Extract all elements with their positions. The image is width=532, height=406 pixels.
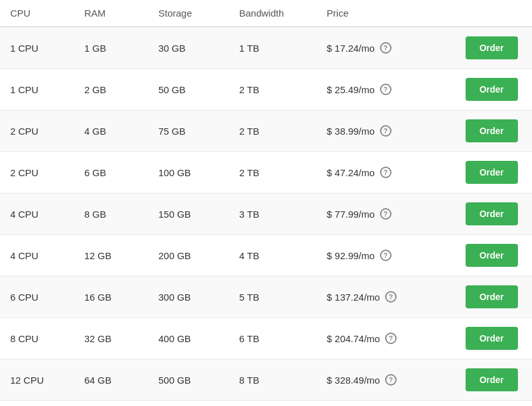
- cell-action: Order: [451, 401, 532, 407]
- table-row: 8 CPU 32 GB 400 GB 6 TB $ 204.74/mo ? Or…: [0, 318, 532, 359]
- cell-cpu: 2 CPU: [0, 152, 74, 193]
- cell-cpu: 1 CPU: [0, 27, 74, 69]
- cell-cpu: 16 CPU: [0, 401, 74, 407]
- price-value: $ 17.24/mo: [327, 43, 375, 54]
- cell-bandwidth: 9 TB: [229, 401, 317, 407]
- cell-bandwidth: 5 TB: [229, 276, 317, 318]
- cell-ram: 1 GB: [74, 27, 148, 69]
- cell-ram: 64 GB: [74, 359, 148, 401]
- order-button[interactable]: Order: [466, 78, 518, 101]
- cell-storage: 400 GB: [148, 318, 229, 359]
- order-button[interactable]: Order: [466, 285, 518, 308]
- cell-cpu: 2 CPU: [0, 110, 74, 152]
- cell-cpu: 6 CPU: [0, 276, 74, 318]
- price-value: $ 137.24/mo: [327, 292, 380, 303]
- cell-bandwidth: 2 TB: [229, 110, 317, 152]
- cell-storage: 200 GB: [148, 235, 229, 276]
- table-row: 4 CPU 12 GB 200 GB 4 TB $ 92.99/mo ? Ord…: [0, 235, 532, 276]
- cell-storage: 150 GB: [148, 193, 229, 235]
- cell-cpu: 4 CPU: [0, 193, 74, 235]
- cell-price: $ 92.99/mo ?: [317, 235, 452, 276]
- order-button[interactable]: Order: [466, 327, 518, 350]
- cell-storage: 50 GB: [148, 69, 229, 110]
- cell-price: $ 137.24/mo ?: [317, 276, 452, 318]
- header-storage: Storage: [148, 0, 229, 27]
- cell-price: $ 204.74/mo ?: [317, 318, 452, 359]
- cell-ram: 32 GB: [74, 318, 148, 359]
- info-icon[interactable]: ?: [385, 333, 397, 344]
- cell-action: Order: [451, 193, 532, 235]
- order-button[interactable]: Order: [466, 161, 518, 184]
- cell-storage: 300 GB: [148, 276, 229, 318]
- price-value: $ 77.99/mo: [327, 209, 375, 220]
- cell-action: Order: [451, 359, 532, 401]
- info-icon[interactable]: ?: [380, 167, 391, 178]
- info-icon[interactable]: ?: [380, 84, 391, 95]
- cell-action: Order: [451, 318, 532, 359]
- cell-action: Order: [451, 276, 532, 318]
- price-value: $ 47.24/mo: [327, 167, 375, 178]
- cell-price: $ 47.24/mo ?: [317, 152, 452, 193]
- cell-storage: 750 GB: [148, 401, 229, 407]
- info-icon[interactable]: ?: [380, 42, 391, 54]
- cell-storage: 30 GB: [148, 27, 229, 69]
- cell-ram: 96 GB: [74, 401, 148, 407]
- cell-cpu: 12 CPU: [0, 359, 74, 401]
- info-icon[interactable]: ?: [380, 125, 391, 137]
- cell-storage: 500 GB: [148, 359, 229, 401]
- cell-price: $ 328.49/mo ?: [317, 359, 452, 401]
- info-icon[interactable]: ?: [380, 208, 391, 220]
- header-ram: RAM: [74, 0, 148, 27]
- cell-bandwidth: 4 TB: [229, 235, 317, 276]
- table-row: 2 CPU 6 GB 100 GB 2 TB $ 47.24/mo ? Orde…: [0, 152, 532, 193]
- table-row: 1 CPU 2 GB 50 GB 2 TB $ 25.49/mo ? Order: [0, 69, 532, 110]
- order-button[interactable]: Order: [466, 244, 518, 267]
- cell-ram: 6 GB: [74, 152, 148, 193]
- header-cpu: CPU: [0, 0, 74, 27]
- table-row: 6 CPU 16 GB 300 GB 5 TB $ 137.24/mo ? Or…: [0, 276, 532, 318]
- cell-price: $ 467.24/mo ?: [317, 401, 452, 407]
- info-icon[interactable]: ?: [385, 291, 397, 303]
- price-value: $ 25.49/mo: [327, 84, 375, 95]
- price-value: $ 204.74/mo: [327, 333, 380, 344]
- pricing-table: CPU RAM Storage Bandwidth Price 1 CPU 1 …: [0, 0, 532, 406]
- cell-storage: 100 GB: [148, 152, 229, 193]
- price-value: $ 92.99/mo: [327, 250, 375, 261]
- cell-bandwidth: 3 TB: [229, 193, 317, 235]
- cell-bandwidth: 1 TB: [229, 27, 317, 69]
- order-button[interactable]: Order: [466, 119, 518, 142]
- cell-ram: 8 GB: [74, 193, 148, 235]
- cell-action: Order: [451, 69, 532, 110]
- cell-bandwidth: 6 TB: [229, 318, 317, 359]
- cell-price: $ 25.49/mo ?: [317, 69, 452, 110]
- cell-price: $ 17.24/mo ?: [317, 27, 452, 69]
- cell-storage: 75 GB: [148, 110, 229, 152]
- cell-ram: 16 GB: [74, 276, 148, 318]
- header-price: Price: [317, 0, 452, 27]
- table-row: 1 CPU 1 GB 30 GB 1 TB $ 17.24/mo ? Order: [0, 27, 532, 69]
- table-row: 2 CPU 4 GB 75 GB 2 TB $ 38.99/mo ? Order: [0, 110, 532, 152]
- cell-bandwidth: 2 TB: [229, 152, 317, 193]
- cell-cpu: 8 CPU: [0, 318, 74, 359]
- table-row: 16 CPU 96 GB 750 GB 9 TB $ 467.24/mo ? O…: [0, 401, 532, 407]
- price-value: $ 328.49/mo: [327, 375, 380, 386]
- cell-action: Order: [451, 110, 532, 152]
- header-action: [451, 0, 532, 27]
- table-row: 4 CPU 8 GB 150 GB 3 TB $ 77.99/mo ? Orde…: [0, 193, 532, 235]
- order-button[interactable]: Order: [466, 36, 518, 59]
- order-button[interactable]: Order: [466, 368, 518, 391]
- order-button[interactable]: Order: [466, 202, 518, 225]
- cell-bandwidth: 2 TB: [229, 69, 317, 110]
- cell-ram: 4 GB: [74, 110, 148, 152]
- cell-action: Order: [451, 152, 532, 193]
- cell-price: $ 77.99/mo ?: [317, 193, 452, 235]
- table-header-row: CPU RAM Storage Bandwidth Price: [0, 0, 532, 27]
- cell-price: $ 38.99/mo ?: [317, 110, 452, 152]
- cell-cpu: 4 CPU: [0, 235, 74, 276]
- info-icon[interactable]: ?: [380, 250, 391, 261]
- info-icon[interactable]: ?: [385, 374, 397, 386]
- cell-ram: 2 GB: [74, 69, 148, 110]
- cell-action: Order: [451, 235, 532, 276]
- cell-bandwidth: 8 TB: [229, 359, 317, 401]
- cell-ram: 12 GB: [74, 235, 148, 276]
